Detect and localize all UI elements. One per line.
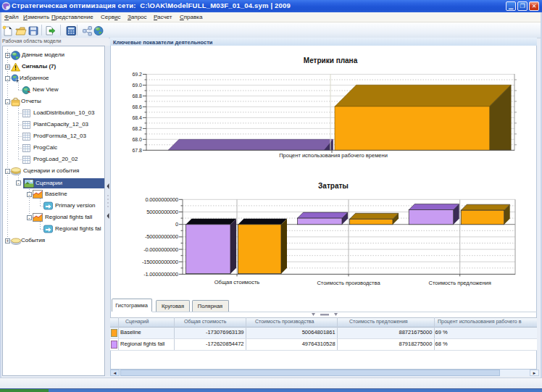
svg-text:Затраты: Затраты bbox=[318, 182, 349, 190]
svg-text:Процент использования рабочего: Процент использования рабочего времени bbox=[279, 152, 388, 159]
svg-text:50000000000: 50000000000 bbox=[146, 209, 178, 215]
svg-text:-1.0000000000: -1.0000000000 bbox=[143, 271, 178, 278]
svg-text:68.0: 68.0 bbox=[132, 137, 142, 142]
svg-text:-0.0000000000: -0.0000000000 bbox=[143, 246, 178, 253]
svg-text:68.4: 68.4 bbox=[132, 115, 142, 120]
svg-text:Метрики плана: Метрики плана bbox=[304, 57, 358, 64]
svg-text:Стоимость предложения: Стоимость предложения bbox=[429, 280, 491, 286]
svg-text:67.8: 67.8 bbox=[132, 148, 142, 153]
svg-text:69.0: 69.0 bbox=[132, 83, 142, 88]
svg-text:69.2: 69.2 bbox=[132, 72, 142, 77]
svg-text:68.2: 68.2 bbox=[132, 126, 142, 131]
svg-text:68.6: 68.6 bbox=[132, 104, 142, 109]
svg-text:0: 0 bbox=[175, 221, 178, 228]
svg-text:68.8: 68.8 bbox=[132, 93, 142, 99]
svg-text:Стоимость производства: Стоимость производства bbox=[317, 280, 380, 286]
svg-text:Общая стоимость: Общая стоимость bbox=[214, 279, 260, 285]
svg-text:-150000000000: -150000000000 bbox=[142, 259, 178, 265]
svg-text:0.0000000000: 0.0000000000 bbox=[145, 196, 178, 203]
svg-text:-50000000000: -50000000000 bbox=[145, 233, 178, 240]
